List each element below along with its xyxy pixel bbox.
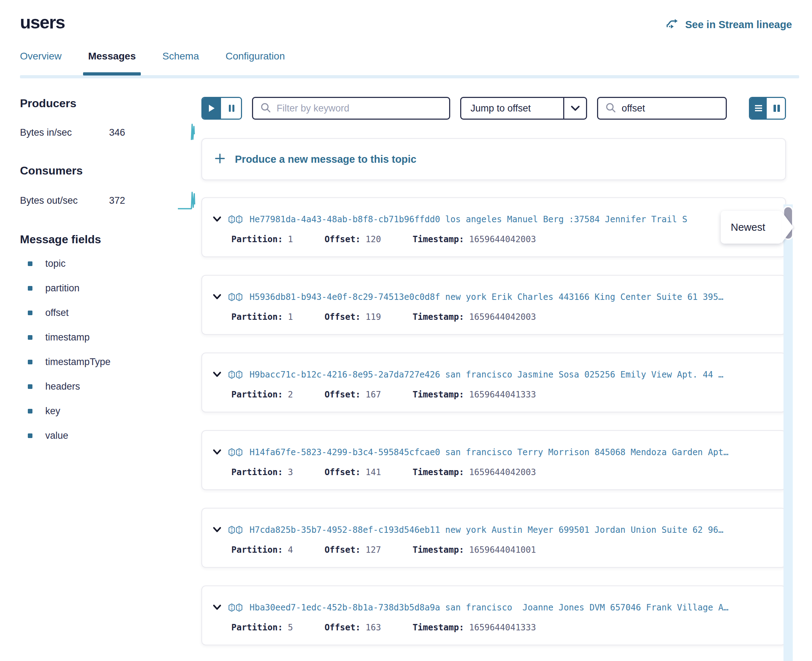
tab-schema[interactable]: Schema (162, 51, 199, 75)
expand-chevron-icon[interactable] (213, 604, 221, 611)
field-label: key (45, 406, 60, 417)
tab-configuration[interactable]: Configuration (226, 51, 285, 75)
message-meta: Partition:3 Offset:141 Timestamp:1659644… (213, 467, 772, 477)
field-item-headers[interactable]: headers (20, 381, 202, 392)
bullet-square-icon (28, 262, 32, 266)
timestamp-value: 1659644042003 (469, 234, 536, 244)
messages-toolbar: Jump to offset (202, 97, 786, 120)
expand-chevron-icon[interactable] (213, 216, 221, 223)
partition-label: Partition: (231, 545, 283, 555)
timestamp-label: Timestamp: (412, 312, 464, 322)
field-item-offset[interactable]: offset (20, 307, 202, 318)
expand-chevron-icon[interactable] (213, 372, 221, 378)
expand-chevron-icon[interactable] (213, 449, 221, 455)
newest-tooltip: Newest (721, 211, 782, 244)
field-item-timestamp[interactable]: timestamp (20, 332, 202, 343)
message-key[interactable]: H9bacc71c-b12c-4216-8e95-2a7da727e426 sa… (250, 370, 723, 380)
partition-value: 2 (288, 390, 293, 399)
tab-bar: Overview Messages Schema Configuration (0, 51, 812, 78)
field-label: partition (45, 283, 80, 294)
unknown-glyph-icon: 00 00 (229, 293, 242, 301)
message-row: 00 00 H7cda825b-35b7-4952-88ef-c193d546e… (202, 508, 786, 568)
expand-chevron-icon[interactable] (213, 294, 221, 300)
offset-value: 127 (366, 545, 381, 555)
timestamp-value: 1659644042003 (469, 312, 536, 322)
offset-search-input[interactable] (621, 103, 719, 114)
partition-value: 1 (288, 234, 293, 244)
scrollbar-track[interactable] (783, 204, 793, 661)
jump-to-offset-select[interactable]: Jump to offset (460, 97, 587, 120)
svg-text:0: 0 (239, 219, 240, 223)
field-item-value[interactable]: value (20, 430, 202, 441)
message-key[interactable]: H5936db81-b943-4e0f-8c29-74513e0c0d8f ne… (250, 292, 723, 302)
timestamp-label: Timestamp: (412, 390, 464, 399)
field-label: headers (45, 381, 80, 392)
bytes-in-label: Bytes in/sec (20, 127, 109, 138)
stream-lineage-link[interactable]: See in Stream lineage (666, 18, 792, 32)
field-item-partition[interactable]: partition (20, 283, 202, 294)
partition-label: Partition: (231, 312, 283, 322)
filter-input-wrapper (252, 97, 450, 120)
chevron-down-icon[interactable] (563, 98, 586, 118)
message-row: 00 00 H14fa67fe-5823-4299-b3c4-595845cfc… (202, 430, 786, 490)
offset-value: 167 (366, 390, 381, 399)
tab-messages[interactable]: Messages (88, 51, 136, 75)
offset-label: Offset: (324, 312, 360, 322)
svg-text:0: 0 (239, 297, 240, 300)
offset-label: Offset: (324, 545, 360, 555)
message-meta: Partition:5 Offset:163 Timestamp:1659644… (213, 623, 772, 632)
produce-message-label: Produce a new message to this topic (235, 153, 416, 165)
bullet-square-icon (28, 360, 32, 364)
svg-text:0: 0 (239, 530, 240, 533)
column-view-button[interactable] (767, 98, 785, 118)
message-key[interactable]: H14fa67fe-5823-4299-b3c4-595845cfcae0 sa… (250, 447, 729, 457)
unknown-glyph-icon: 00 00 (229, 215, 242, 224)
message-key[interactable]: He77981da-4a43-48ab-b8f8-cb71b96ffdd0 lo… (250, 214, 687, 224)
expand-chevron-icon[interactable] (213, 527, 221, 533)
svg-text:0: 0 (231, 608, 233, 611)
bytes-out-label: Bytes out/sec (20, 195, 109, 206)
field-label: offset (45, 307, 69, 318)
svg-text:0: 0 (231, 375, 233, 378)
list-view-button[interactable] (750, 98, 767, 118)
bullet-square-icon (28, 286, 32, 291)
page-header: users See in Stream lineage (0, 0, 812, 33)
partition-label: Partition: (231, 623, 283, 632)
field-item-key[interactable]: key (20, 406, 202, 417)
offset-label: Offset: (324, 234, 360, 244)
timestamp-value: 1659644042003 (469, 467, 536, 477)
offset-value: 141 (366, 467, 381, 477)
bullet-square-icon (28, 311, 32, 315)
bullet-square-icon (28, 409, 32, 414)
play-pause-toggle (202, 97, 242, 120)
message-key[interactable]: Hba30eed7-1edc-452b-8b1a-738d3b5d8a9a sa… (250, 603, 729, 613)
field-item-timestampType[interactable]: timestampType (20, 356, 202, 367)
svg-text:0: 0 (239, 452, 240, 456)
tab-overview[interactable]: Overview (20, 51, 62, 75)
message-key[interactable]: H7cda825b-35b7-4952-88ef-c193d546eb11 ne… (250, 525, 723, 535)
produce-message-button[interactable]: Produce a new message to this topic (202, 138, 786, 180)
offset-label: Offset: (324, 390, 360, 399)
field-item-topic[interactable]: topic (20, 258, 202, 269)
filter-input[interactable] (277, 103, 442, 114)
svg-text:0: 0 (231, 297, 233, 300)
timestamp-label: Timestamp: (412, 467, 464, 477)
tab-underline-track (20, 75, 799, 78)
partition-label: Partition: (231, 467, 283, 477)
field-label: topic (45, 258, 66, 269)
play-button[interactable] (202, 98, 221, 118)
unknown-glyph-icon: 00 00 (229, 526, 242, 534)
bullet-square-icon (28, 384, 32, 389)
field-label: timestamp (45, 332, 90, 343)
timestamp-label: Timestamp: (412, 623, 464, 632)
partition-label: Partition: (231, 234, 283, 244)
message-fields-heading: Message fields (20, 233, 202, 246)
svg-text:0: 0 (231, 452, 233, 456)
newest-tooltip-label: Newest (731, 222, 765, 233)
svg-text:0: 0 (239, 608, 240, 611)
partition-value: 3 (288, 467, 293, 477)
partition-value: 5 (288, 623, 293, 632)
page-title: users (20, 12, 65, 33)
bytes-out-sparkline-icon (177, 190, 199, 212)
pause-button[interactable] (221, 98, 241, 118)
